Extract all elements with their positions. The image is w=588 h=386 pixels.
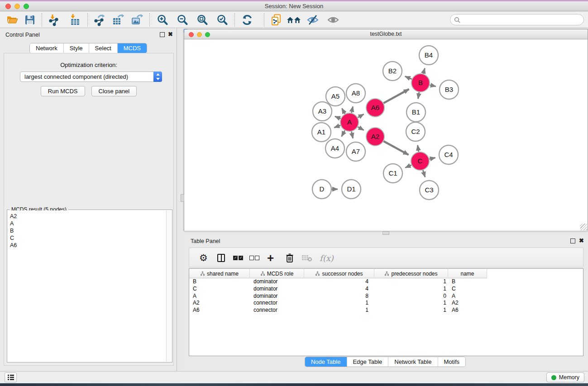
zoom-window-button[interactable] — [24, 4, 29, 9]
tab-network[interactable]: Network — [30, 43, 64, 53]
result-item-b[interactable]: B — [10, 227, 166, 234]
result-item-a6[interactable]: A6 — [10, 242, 166, 249]
graph-node-A6[interactable]: A6 — [366, 99, 384, 117]
show-all-networks-icon[interactable] — [286, 13, 303, 27]
graph-edge-A-A5[interactable] — [342, 108, 345, 114]
graph-node-B4[interactable]: B4 — [419, 46, 438, 65]
graph-node-C4[interactable]: C4 — [439, 145, 458, 164]
table-row-a[interactable]: Adominator80A — [189, 293, 583, 300]
splitter-grip-left[interactable] — [181, 194, 184, 202]
float-panel-icon[interactable] — [160, 32, 165, 37]
graph-edge-A-A7[interactable] — [351, 132, 353, 138]
column-header-shared-name[interactable]: shared name — [189, 269, 250, 278]
unselect-all-columns-icon[interactable] — [249, 252, 260, 264]
add-column-icon[interactable]: + — [267, 252, 274, 264]
tab-edge-table[interactable]: Edge Table — [347, 357, 388, 367]
graph-node-A8[interactable]: A8 — [346, 84, 365, 103]
graph-node-A3[interactable]: A3 — [313, 102, 332, 121]
graph-edge-B-B4[interactable] — [423, 68, 425, 74]
graph-node-A1[interactable]: A1 — [312, 123, 331, 142]
network-window-titlebar[interactable]: testGlobe.txt — [184, 29, 588, 39]
export-network-icon[interactable] — [92, 13, 106, 27]
graph-edge-B-B1[interactable] — [418, 92, 419, 99]
tab-network-table[interactable]: Network Table — [388, 357, 438, 367]
result-item-a[interactable]: A — [10, 220, 166, 227]
table-settings-gear-icon[interactable]: ⚙ — [199, 252, 208, 264]
delete-column-icon[interactable] — [285, 252, 294, 264]
hide-selected-icon[interactable] — [306, 13, 320, 27]
select-all-columns-icon[interactable] — [233, 252, 244, 264]
tab-node-table[interactable]: Node Table — [305, 357, 347, 367]
table-float-panel-icon[interactable] — [570, 238, 575, 243]
graph-node-C1[interactable]: C1 — [383, 164, 402, 183]
close-panel-button[interactable]: Close panel — [91, 86, 137, 96]
table-row-b[interactable]: Bdominator41B — [189, 278, 583, 286]
graph-node-B[interactable]: B — [411, 74, 430, 92]
graph-edge-A-A3[interactable] — [335, 116, 341, 119]
show-columns-icon[interactable] — [217, 252, 225, 264]
graph-edge-A-A6[interactable] — [358, 114, 363, 118]
graph-node-A2[interactable]: A2 — [366, 128, 384, 146]
node-table[interactable]: shared nameMCDS rolesuccessor nodesprede… — [189, 268, 583, 356]
graph-edge-C-C2[interactable] — [418, 145, 419, 152]
zoom-in-icon[interactable] — [156, 13, 169, 27]
zoom-selected-icon[interactable] — [215, 13, 229, 27]
import-network-icon[interactable] — [47, 13, 61, 27]
window-titlebar[interactable]: Session: New Session — [0, 1, 588, 11]
network-graph[interactable]: B4B2BB3A8A5A6A3B1AA1C2A2A4A7C4CC1C3DD1 — [184, 39, 587, 230]
graph-node-C[interactable]: C — [411, 152, 429, 170]
graph-node-B1[interactable]: B1 — [406, 103, 425, 122]
graph-edge-C-C3[interactable] — [423, 170, 425, 177]
window-resize-grip[interactable] — [580, 224, 587, 230]
new-network-from-file-icon[interactable] — [270, 13, 283, 27]
close-window-button[interactable] — [5, 4, 11, 9]
graph-edge-B-B2[interactable] — [405, 76, 412, 79]
tab-motifs[interactable]: Motifs — [438, 357, 465, 367]
graph-node-A[interactable]: A — [340, 113, 359, 131]
graph-edge-A-A8[interactable] — [351, 106, 353, 113]
network-close-button[interactable] — [189, 32, 194, 37]
tab-select[interactable]: Select — [89, 43, 118, 53]
export-image-icon[interactable] — [130, 13, 144, 27]
show-selected-icon[interactable] — [326, 13, 340, 27]
result-item-c[interactable]: C — [10, 234, 166, 242]
criterion-dropdown[interactable]: largest connected component (directed) — [20, 71, 162, 82]
graph-edge-A-A1[interactable] — [334, 125, 340, 128]
open-file-icon[interactable] — [5, 13, 19, 27]
run-mcds-button[interactable]: Run MCDS — [41, 86, 85, 96]
graph-edge-A2-C[interactable] — [383, 141, 408, 155]
save-session-icon[interactable] — [23, 13, 37, 27]
table-row-c[interactable]: Cdominator41C — [189, 286, 583, 293]
table-close-panel-icon[interactable]: ✖ — [579, 238, 584, 244]
graph-node-B3[interactable]: B3 — [440, 80, 459, 99]
column-header-name[interactable]: name — [448, 269, 487, 278]
result-item-a2[interactable]: A2 — [10, 213, 166, 220]
minimize-window-button[interactable] — [14, 4, 20, 9]
mcds-result-list[interactable]: A2ABCA6 — [8, 210, 166, 362]
result-scrollbar[interactable] — [166, 210, 172, 362]
import-table-icon[interactable] — [68, 13, 82, 27]
graph-edge-C-C1[interactable] — [405, 165, 411, 168]
graph-edge-B-B3[interactable] — [430, 85, 435, 86]
column-header-predecessor-nodes[interactable]: predecessor nodes — [374, 269, 448, 278]
search-box[interactable] — [450, 14, 584, 25]
network-canvas[interactable]: B4B2BB3A8A5A6A3B1AA1C2A2A4A7C4CC1C3DD1 — [184, 39, 588, 231]
tab-mcds[interactable]: MCDS — [118, 43, 147, 53]
graph-edge-C-C4[interactable] — [429, 158, 435, 159]
search-input[interactable] — [462, 15, 580, 24]
graph-node-A4[interactable]: A4 — [325, 139, 344, 158]
graph-edge-A-A4[interactable] — [341, 130, 344, 136]
graph-edge-A6-B[interactable] — [383, 89, 409, 103]
export-table-icon[interactable] — [111, 13, 125, 27]
memory-button[interactable]: Memory — [546, 372, 584, 382]
apply-layout-icon[interactable] — [240, 13, 254, 27]
zoom-out-icon[interactable] — [176, 13, 189, 27]
column-header-successor-nodes[interactable]: successor nodes — [304, 269, 374, 278]
graph-edge-A-A2[interactable] — [358, 127, 363, 130]
zoom-fit-icon[interactable] — [196, 13, 209, 27]
close-panel-icon[interactable]: ✖ — [168, 31, 173, 38]
column-header-MCDS-role[interactable]: MCDS role — [250, 269, 304, 278]
graph-node-D[interactable]: D — [312, 180, 331, 199]
table-row-a2[interactable]: A2connector11A2 — [189, 300, 583, 307]
graph-node-C3[interactable]: C3 — [420, 181, 439, 200]
